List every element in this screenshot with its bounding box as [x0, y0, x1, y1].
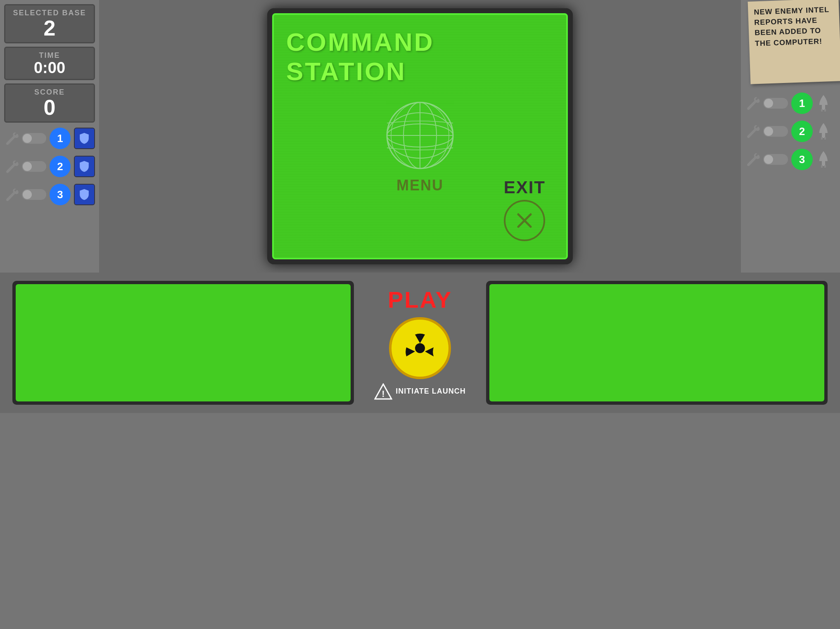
number-circle-right-3[interactable]: 3	[791, 149, 813, 170]
right-slot-row-2: 2	[745, 119, 836, 144]
svg-rect-11	[821, 137, 823, 140]
left-panel: SELECTED BASE 2 TIME 0:00 SCORE 0 1	[0, 0, 99, 273]
exit-label: EXIT	[504, 178, 546, 197]
toggle-right-1[interactable]	[763, 98, 788, 109]
number-circle-left-2[interactable]: 2	[50, 156, 71, 177]
toggle-right-2[interactable]	[763, 126, 788, 137]
shield-btn-left-3[interactable]	[74, 184, 95, 205]
shield-btn-left-1[interactable]	[74, 128, 95, 149]
number-circle-left-3[interactable]: 3	[50, 184, 71, 205]
number-circle-left-1[interactable]: 1	[50, 128, 71, 149]
right-slot-row-1: 1	[745, 91, 836, 116]
wrench-icon-right-3	[745, 152, 760, 167]
svg-rect-13	[821, 165, 823, 168]
time-value: 0:00	[34, 60, 65, 76]
toggle-left-3[interactable]	[22, 189, 46, 200]
exit-circle[interactable]	[504, 200, 545, 241]
svg-rect-9	[821, 109, 823, 112]
rocket-icon-right-2	[816, 122, 831, 140]
top-section: SELECTED BASE 2 TIME 0:00 SCORE 0 1	[0, 0, 840, 273]
bottom-screen-left-inner	[16, 284, 351, 401]
time-box: TIME 0:00	[4, 47, 95, 80]
bottom-screen-left	[12, 281, 354, 405]
number-circle-right-2[interactable]: 2	[791, 121, 813, 142]
rocket-icon-right-3	[816, 150, 831, 169]
svg-rect-14	[824, 165, 826, 168]
wrench-icon-left-2	[4, 159, 19, 174]
number-circle-right-1[interactable]: 1	[791, 93, 813, 114]
wrench-icon-right-1	[745, 96, 760, 111]
monitor-outer: COMMAND STATION	[267, 8, 573, 264]
toggle-left-1[interactable]	[22, 133, 46, 144]
radiation-icon	[397, 325, 443, 371]
wrench-icon-right-2	[745, 124, 760, 139]
bottom-screen-right-inner	[489, 284, 824, 401]
right-panel: NEW ENEMY INTEL REPORTS HAVE BEEN ADDED …	[741, 0, 840, 273]
score-box: SCORE 0	[4, 83, 95, 123]
left-slot-row-2: 2	[4, 154, 95, 179]
bottom-screen-right	[486, 281, 828, 405]
toggle-right-3[interactable]	[763, 154, 788, 165]
shield-icon-left-3	[78, 188, 90, 201]
score-value: 0	[44, 97, 56, 118]
shield-icon-left-1	[78, 132, 90, 145]
screen-title: COMMAND STATION	[286, 27, 554, 86]
svg-text:!: !	[382, 389, 385, 399]
wrench-icon-left-3	[4, 187, 19, 202]
radiation-button[interactable]	[389, 317, 451, 379]
warning-triangle-icon: !	[374, 383, 392, 400]
svg-point-15	[415, 343, 425, 353]
play-label: PLAY	[388, 286, 452, 313]
initiate-launch-container: ! INITIATE LAUNCH	[374, 383, 466, 400]
rocket-icon-right-1	[816, 94, 831, 112]
right-slot-row-3: 3	[745, 147, 836, 172]
exit-button[interactable]: EXIT	[504, 178, 546, 241]
right-slot-rows: 1 2	[745, 91, 836, 172]
svg-rect-10	[824, 109, 826, 112]
bottom-center: PLAY ! INITIATE LAUNCH	[358, 281, 482, 405]
left-slot-row-1: 1	[4, 126, 95, 151]
time-label: TIME	[39, 51, 60, 60]
exit-x-icon	[512, 208, 537, 233]
menu-label: MENU	[396, 177, 444, 194]
shield-btn-left-2[interactable]	[74, 156, 95, 177]
bottom-section: PLAY ! INITIATE LAUNCH	[0, 273, 840, 413]
note-paper: NEW ENEMY INTEL REPORTS HAVE BEEN ADDED …	[748, 0, 840, 84]
selected-base-box: SELECTED BASE 2	[4, 4, 95, 43]
svg-rect-12	[824, 137, 826, 140]
globe-icon	[383, 98, 457, 173]
selected-base-value: 2	[44, 17, 56, 39]
globe-menu[interactable]: MENU	[383, 98, 457, 194]
monitor-screen: COMMAND STATION	[272, 13, 568, 259]
toggle-left-2[interactable]	[22, 161, 46, 172]
shield-icon-left-2	[78, 160, 90, 173]
left-slot-row-3: 3	[4, 182, 95, 207]
wrench-icon-left-1	[4, 131, 19, 146]
note-text: NEW ENEMY INTEL REPORTS HAVE BEEN ADDED …	[754, 5, 829, 47]
initiate-launch-label: INITIATE LAUNCH	[396, 387, 466, 396]
main-container: SELECTED BASE 2 TIME 0:00 SCORE 0 1	[0, 0, 840, 629]
center-area: COMMAND STATION	[99, 0, 741, 273]
